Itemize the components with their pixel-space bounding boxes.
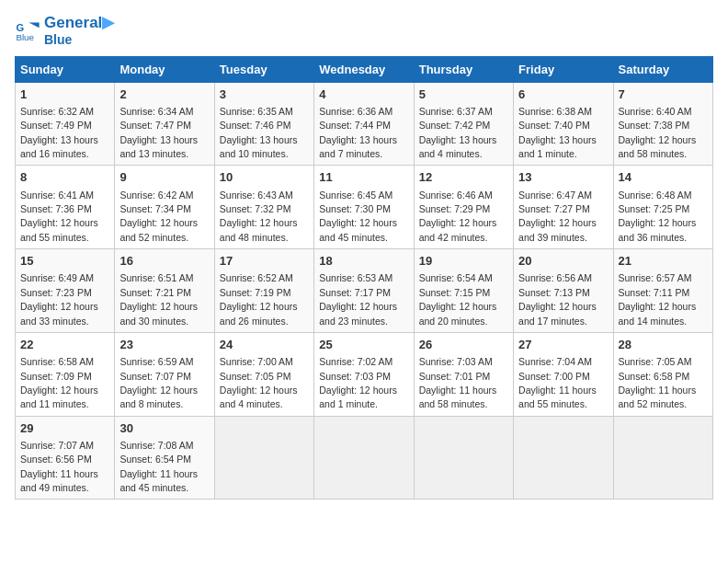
cell-content: Sunrise: 6:40 AMSunset: 7:38 PMDaylight:…: [619, 106, 697, 159]
day-number: 9: [119, 169, 209, 186]
day-number: 5: [419, 86, 508, 103]
calendar-cell: 21Sunrise: 6:57 AMSunset: 7:11 PMDayligh…: [613, 249, 712, 333]
cell-content: Sunrise: 6:37 AMSunset: 7:42 PMDaylight:…: [419, 106, 497, 159]
calendar-cell: 7Sunrise: 6:40 AMSunset: 7:38 PMDaylight…: [613, 82, 712, 166]
day-number: 17: [220, 253, 309, 270]
day-number: 10: [220, 169, 309, 186]
day-number: 26: [419, 337, 508, 353]
day-number: 22: [20, 337, 109, 353]
day-number: 4: [319, 86, 408, 103]
calendar-cell: [214, 416, 313, 500]
cell-content: Sunrise: 6:32 AMSunset: 7:49 PMDaylight:…: [20, 106, 98, 159]
calendar-cell: [314, 416, 414, 500]
calendar-cell: 25Sunrise: 7:02 AMSunset: 7:03 PMDayligh…: [314, 332, 414, 416]
calendar-cell: 8Sunrise: 6:41 AMSunset: 7:36 PMDaylight…: [16, 166, 115, 249]
cell-content: Sunrise: 6:35 AMSunset: 7:46 PMDaylight:…: [220, 106, 298, 159]
cell-content: Sunrise: 7:00 AMSunset: 7:05 PMDaylight:…: [220, 356, 298, 409]
day-number: 13: [518, 169, 608, 186]
cell-content: Sunrise: 6:53 AMSunset: 7:17 PMDaylight:…: [319, 272, 397, 326]
cell-content: Sunrise: 6:43 AMSunset: 7:32 PMDaylight:…: [220, 190, 298, 243]
calendar-cell: [514, 416, 613, 500]
logo-text-line2: Blue: [44, 32, 114, 47]
svg-text:Blue: Blue: [16, 33, 34, 43]
weekday-header-saturday: Saturday: [613, 56, 712, 82]
day-number: 7: [619, 86, 708, 103]
day-number: 24: [220, 337, 309, 353]
calendar-cell: 22Sunrise: 6:58 AMSunset: 7:09 PMDayligh…: [16, 332, 115, 416]
calendar-week-2: 8Sunrise: 6:41 AMSunset: 7:36 PMDaylight…: [16, 166, 713, 249]
calendar-cell: 13Sunrise: 6:47 AMSunset: 7:27 PMDayligh…: [514, 166, 613, 249]
day-number: 1: [20, 86, 109, 103]
day-number: 28: [619, 337, 708, 353]
weekday-header-monday: Monday: [115, 56, 214, 82]
weekday-header-friday: Friday: [514, 56, 613, 82]
calendar-cell: 29Sunrise: 7:07 AMSunset: 6:56 PMDayligh…: [16, 416, 115, 500]
logo-icon: G Blue: [15, 17, 40, 43]
calendar-week-1: 1Sunrise: 6:32 AMSunset: 7:49 PMDaylight…: [16, 82, 713, 166]
day-number: 18: [319, 253, 408, 270]
calendar-cell: 27Sunrise: 7:04 AMSunset: 7:00 PMDayligh…: [514, 332, 613, 416]
calendar-cell: 2Sunrise: 6:34 AMSunset: 7:47 PMDaylight…: [115, 82, 214, 166]
day-number: 29: [20, 420, 109, 437]
cell-content: Sunrise: 7:04 AMSunset: 7:00 PMDaylight:…: [518, 356, 597, 409]
cell-content: Sunrise: 6:47 AMSunset: 7:27 PMDaylight:…: [518, 190, 597, 243]
cell-content: Sunrise: 7:02 AMSunset: 7:03 PMDaylight:…: [319, 356, 397, 409]
day-number: 14: [619, 169, 708, 186]
weekday-header-thursday: Thursday: [414, 56, 513, 82]
day-number: 15: [20, 253, 109, 270]
day-number: 19: [419, 253, 508, 270]
weekday-header-row: SundayMondayTuesdayWednesdayThursdayFrid…: [16, 56, 713, 82]
calendar-cell: 6Sunrise: 6:38 AMSunset: 7:40 PMDaylight…: [514, 82, 613, 166]
logo-text-line1: General▶: [44, 15, 114, 32]
calendar-cell: 15Sunrise: 6:49 AMSunset: 7:23 PMDayligh…: [16, 249, 115, 333]
calendar-cell: 3Sunrise: 6:35 AMSunset: 7:46 PMDaylight…: [214, 82, 313, 166]
calendar-cell: [414, 416, 513, 500]
calendar-cell: 1Sunrise: 6:32 AMSunset: 7:49 PMDaylight…: [16, 82, 115, 166]
cell-content: Sunrise: 6:57 AMSunset: 7:11 PMDaylight:…: [619, 272, 697, 326]
cell-content: Sunrise: 6:42 AMSunset: 7:34 PMDaylight:…: [119, 190, 198, 243]
cell-content: Sunrise: 6:45 AMSunset: 7:30 PMDaylight:…: [319, 190, 397, 243]
day-number: 25: [319, 337, 408, 353]
calendar-cell: 26Sunrise: 7:03 AMSunset: 7:01 PMDayligh…: [414, 332, 513, 416]
cell-content: Sunrise: 6:41 AMSunset: 7:36 PMDaylight:…: [20, 190, 98, 243]
day-number: 11: [319, 169, 408, 186]
cell-content: Sunrise: 6:38 AMSunset: 7:40 PMDaylight:…: [518, 106, 597, 159]
svg-marker-1: [28, 23, 39, 29]
day-number: 12: [419, 169, 508, 186]
day-number: 27: [518, 337, 608, 353]
cell-content: Sunrise: 6:51 AMSunset: 7:21 PMDaylight:…: [119, 272, 198, 326]
calendar-cell: 10Sunrise: 6:43 AMSunset: 7:32 PMDayligh…: [214, 166, 313, 249]
cell-content: Sunrise: 7:05 AMSunset: 6:58 PMDaylight:…: [619, 356, 697, 409]
calendar-cell: 23Sunrise: 6:59 AMSunset: 7:07 PMDayligh…: [115, 332, 214, 416]
calendar-cell: 11Sunrise: 6:45 AMSunset: 7:30 PMDayligh…: [314, 166, 414, 249]
day-number: 30: [119, 420, 209, 437]
calendar-cell: 4Sunrise: 6:36 AMSunset: 7:44 PMDaylight…: [314, 82, 414, 166]
day-number: 8: [20, 169, 109, 186]
calendar-week-4: 22Sunrise: 6:58 AMSunset: 7:09 PMDayligh…: [16, 332, 713, 416]
cell-content: Sunrise: 7:08 AMSunset: 6:54 PMDaylight:…: [119, 440, 198, 493]
calendar-week-5: 29Sunrise: 7:07 AMSunset: 6:56 PMDayligh…: [16, 416, 713, 500]
cell-content: Sunrise: 6:48 AMSunset: 7:25 PMDaylight:…: [619, 190, 697, 243]
weekday-header-wednesday: Wednesday: [314, 56, 414, 82]
calendar-cell: 18Sunrise: 6:53 AMSunset: 7:17 PMDayligh…: [314, 249, 414, 333]
cell-content: Sunrise: 6:46 AMSunset: 7:29 PMDaylight:…: [419, 190, 497, 243]
cell-content: Sunrise: 6:49 AMSunset: 7:23 PMDaylight:…: [20, 272, 98, 326]
page-header: G Blue General▶ Blue: [15, 15, 713, 47]
calendar-cell: 9Sunrise: 6:42 AMSunset: 7:34 PMDaylight…: [115, 166, 214, 249]
cell-content: Sunrise: 6:56 AMSunset: 7:13 PMDaylight:…: [518, 272, 597, 326]
day-number: 23: [119, 337, 209, 353]
calendar-cell: 20Sunrise: 6:56 AMSunset: 7:13 PMDayligh…: [514, 249, 613, 333]
day-number: 3: [220, 86, 309, 103]
calendar-cell: 24Sunrise: 7:00 AMSunset: 7:05 PMDayligh…: [214, 332, 313, 416]
calendar-cell: 14Sunrise: 6:48 AMSunset: 7:25 PMDayligh…: [613, 166, 712, 249]
calendar-cell: 12Sunrise: 6:46 AMSunset: 7:29 PMDayligh…: [414, 166, 513, 249]
cell-content: Sunrise: 7:07 AMSunset: 6:56 PMDaylight:…: [20, 440, 98, 493]
day-number: 20: [518, 253, 608, 270]
cell-content: Sunrise: 7:03 AMSunset: 7:01 PMDaylight:…: [419, 356, 497, 409]
calendar-cell: 17Sunrise: 6:52 AMSunset: 7:19 PMDayligh…: [214, 249, 313, 333]
cell-content: Sunrise: 6:36 AMSunset: 7:44 PMDaylight:…: [319, 106, 397, 159]
cell-content: Sunrise: 6:34 AMSunset: 7:47 PMDaylight:…: [119, 106, 198, 159]
weekday-header-sunday: Sunday: [16, 56, 115, 82]
calendar-cell: [613, 416, 712, 500]
calendar-cell: 28Sunrise: 7:05 AMSunset: 6:58 PMDayligh…: [613, 332, 712, 416]
